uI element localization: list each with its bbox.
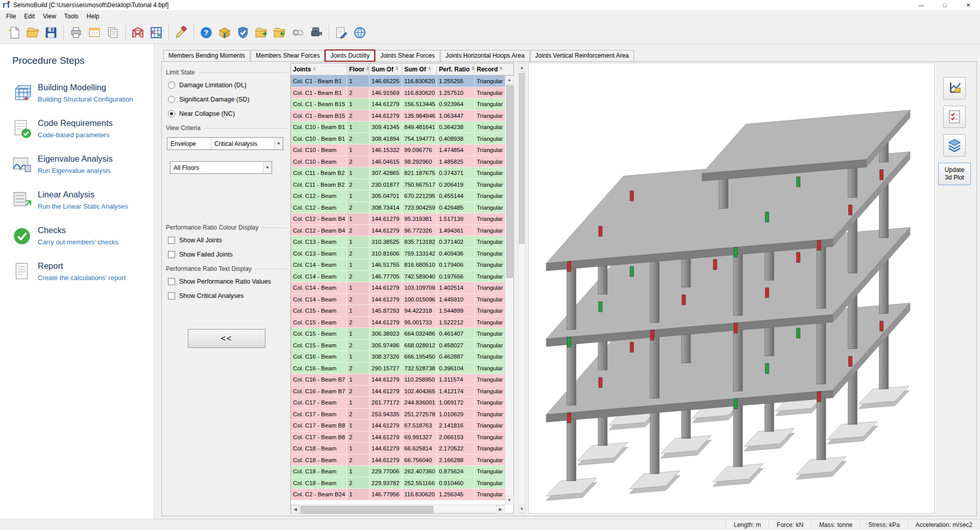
table-row[interactable]: Col. C10 - Beam B11309.41345849.4816410.… <box>291 121 513 133</box>
step-subtitle[interactable]: Run Eigenvalue analysis <box>38 167 113 174</box>
limit-state-near-collapse-nc-[interactable]: Near Collapse (NC) <box>168 110 287 117</box>
column-header-sum-of[interactable]: Sum Of4 <box>402 63 437 75</box>
table-row[interactable]: Col. C15 - Beam2144.6127995.0017331.5222… <box>291 317 513 329</box>
table-row[interactable]: Col. C10 - Beam B12308.41894754.1947710.… <box>291 133 513 145</box>
table-row[interactable]: Col. C15 - Beam1306.38923664.0324860.461… <box>291 328 513 340</box>
clean-icon[interactable] <box>172 23 190 42</box>
table-row[interactable]: Col. C1 - Beam B151144.61279156.5134450.… <box>291 98 513 110</box>
chevron-down-icon[interactable]: ▼ <box>274 138 283 149</box>
check-model-icon[interactable] <box>234 23 252 42</box>
chevron-down-icon[interactable]: ▼ <box>263 162 272 173</box>
table-vertical-scrollbar[interactable]: ▲ ▼ <box>505 75 513 504</box>
copy-report-icon[interactable] <box>104 23 122 42</box>
sidebar-item-building-modelling[interactable]: Building ModellingBuilding Structural Co… <box>0 69 154 105</box>
table-row[interactable]: Col. C1 - Beam B12146.91569116.8306201.2… <box>291 87 513 99</box>
sidebar-item-checks[interactable]: ChecksCarry out members' checks <box>0 212 154 248</box>
checkbox-icon[interactable] <box>168 292 175 299</box>
open-file-icon[interactable] <box>23 23 42 42</box>
scroll-right-icon[interactable]: ▶ <box>496 505 505 514</box>
table-row[interactable]: Col. C17 - Beam1261.77172244.8360011.069… <box>291 397 513 409</box>
eigenvalue-icon[interactable] <box>215 23 234 42</box>
floors-combo[interactable]: All Floors ▼ <box>170 161 272 174</box>
sidebar-item-eigenvalue-analysis[interactable]: Eigenvalue AnalysisRun Eigenvalue analys… <box>0 141 154 176</box>
table-row[interactable]: Col. C18 - Beam2229.93782252.5511660.910… <box>291 477 513 489</box>
import-icon[interactable] <box>271 23 289 42</box>
step-subtitle[interactable]: Code-based parameters <box>38 131 113 139</box>
tab-joints-horizontal-hoops-area[interactable]: Joints Horizontal Hoops Area <box>440 50 530 61</box>
code-requirements-icon[interactable] <box>147 23 165 42</box>
table-row[interactable]: Col. C16 - Beam B72144.61279102.4043651.… <box>291 386 513 397</box>
table-row[interactable]: Col. C1 - Beam B11146.65225116.8306201.2… <box>291 75 513 87</box>
print-icon[interactable] <box>67 23 85 42</box>
table-row[interactable]: Col. C10 - Beam2146.0461598.2929601.4858… <box>291 156 513 168</box>
new-file-icon[interactable] <box>5 23 23 42</box>
table-row[interactable]: Col. C10 - Beam1146.1533299.0967761.4748… <box>291 144 513 156</box>
text-display-show-performance-ratio-values[interactable]: Show Performance Ratio Values <box>168 278 287 285</box>
table-row[interactable]: Col. C14 - Beam1144.61279103.1097091.402… <box>291 282 513 294</box>
table-row[interactable]: Col. C16 - Beam1308.37326666.1954500.462… <box>291 351 513 363</box>
sidebar-splitter[interactable] <box>154 44 161 519</box>
sidebar-item-linear-analysis[interactable]: Linear AnalysisRun the Linear Static Ana… <box>0 176 154 212</box>
sidebar-item-code-requirements[interactable]: Code RequirementsCode-based parameters <box>0 105 154 141</box>
scroll-up-icon[interactable]: ▲ <box>518 63 526 72</box>
update-3d-plot-button[interactable]: Update 3d Plot <box>938 163 971 185</box>
tab-joints-vertical-reinforcement-area[interactable]: Joints Vertical Reinforcement Area <box>530 50 634 61</box>
table-row[interactable]: Col. C11 - Beam B21307.42865821.1876750.… <box>291 167 513 179</box>
sidebar-item-report[interactable]: ReportCreate the calculations' report <box>0 248 154 284</box>
help-icon[interactable]: ? <box>197 23 215 42</box>
checks-list-icon[interactable] <box>943 106 966 128</box>
plot-3d-icon[interactable] <box>943 77 966 99</box>
run-analysis-icon[interactable] <box>307 23 326 42</box>
web-icon[interactable] <box>351 23 369 42</box>
close-button[interactable]: ✕ <box>957 0 980 10</box>
tab-joints-shear-forces[interactable]: Joints Shear Forces <box>375 50 440 61</box>
limit-state-significant-damage-sd-[interactable]: Significant Damage (SD) <box>168 96 287 103</box>
panel-vertical-scrollbar[interactable]: ▲ ▼ <box>518 63 526 514</box>
step-subtitle[interactable]: Carry out members' checks <box>38 238 118 246</box>
table-row[interactable]: Col. C14 - Beam2144.61279100.0150961.445… <box>291 294 513 306</box>
table-row[interactable]: Col. C17 - Beam2253.94335251.2725781.010… <box>291 409 513 420</box>
scroll-down-icon[interactable]: ▼ <box>518 504 526 513</box>
table-row[interactable]: Col. C13 - Beam2310.81606759.1331420.409… <box>291 248 513 260</box>
table-row[interactable]: Col. C12 - Beam B42144.6127996.7723261.4… <box>291 225 513 237</box>
tab-members-bending-moments[interactable]: Members Bending Moments <box>163 50 250 61</box>
model-3d-viewport[interactable] <box>528 63 935 514</box>
layers-icon[interactable] <box>943 134 966 157</box>
checkbox-icon[interactable] <box>168 237 175 244</box>
table-row[interactable]: Col. C18 - Beam1229.77006262.4073600.875… <box>291 466 513 477</box>
minimize-button[interactable]: — <box>910 0 933 10</box>
column-header-perf-ratio[interactable]: Perf. Ratio5 <box>437 63 475 75</box>
colour-display-show-failed-joints[interactable]: Show Failed Joints <box>168 251 287 258</box>
building-modeller-icon[interactable] <box>129 23 147 42</box>
radio-icon[interactable] <box>168 96 175 103</box>
scrollbar-thumb[interactable] <box>519 73 525 244</box>
checkbox-icon[interactable] <box>168 278 175 285</box>
column-header-joints[interactable]: Joints1 <box>291 63 347 75</box>
table-horizontal-scrollbar[interactable]: ◀ ▶ <box>291 504 505 513</box>
table-row[interactable]: Col. C12 - Beam1305.04701670.2212950.455… <box>291 190 513 202</box>
tab-joints-ductility[interactable]: Joints Ductility <box>325 50 375 61</box>
table-row[interactable]: Col. C12 - Beam2308.73414723.9042590.426… <box>291 202 513 214</box>
table-row[interactable]: Col. C15 - Beam2305.97496668.0289120.458… <box>291 340 513 351</box>
table-row[interactable]: Col. C18 - Beam1144.6127966.6258142.1705… <box>291 443 513 455</box>
checkbox-icon[interactable] <box>168 251 175 258</box>
table-row[interactable]: Col. C17 - Beam B81144.6127967.5187632.1… <box>291 420 513 432</box>
edit-view-icon[interactable] <box>332 23 351 42</box>
column-header-record[interactable]: Record6 <box>475 63 506 75</box>
radio-icon[interactable] <box>168 110 175 117</box>
export-icon[interactable] <box>252 23 271 42</box>
table-row[interactable]: Col. C16 - Beam2290.15727732.5287380.396… <box>291 363 513 374</box>
collapse-panel-button[interactable]: << <box>188 329 265 348</box>
radio-icon[interactable] <box>168 82 175 89</box>
maximize-button[interactable]: □ <box>933 0 957 10</box>
colour-display-show-all-joints[interactable]: Show All Joints <box>168 237 287 244</box>
scroll-left-icon[interactable]: ◀ <box>291 505 300 514</box>
table-row[interactable]: Col. C14 - Beam2146.77705742.5890400.197… <box>291 271 513 283</box>
menu-tools[interactable]: Tools <box>60 11 83 21</box>
limit-state-damage-limitation-dl-[interactable]: Damage Limitation (DL) <box>168 82 287 89</box>
menu-edit[interactable]: Edit <box>20 11 39 21</box>
table-row[interactable]: Col. C13 - Beam1310.38525835.7131820.371… <box>291 236 513 248</box>
page-setup-icon[interactable] <box>85 23 104 42</box>
scrollbar-thumb[interactable] <box>506 85 513 278</box>
text-display-show-critical-analyses[interactable]: Show Critical Analyses <box>168 292 287 299</box>
